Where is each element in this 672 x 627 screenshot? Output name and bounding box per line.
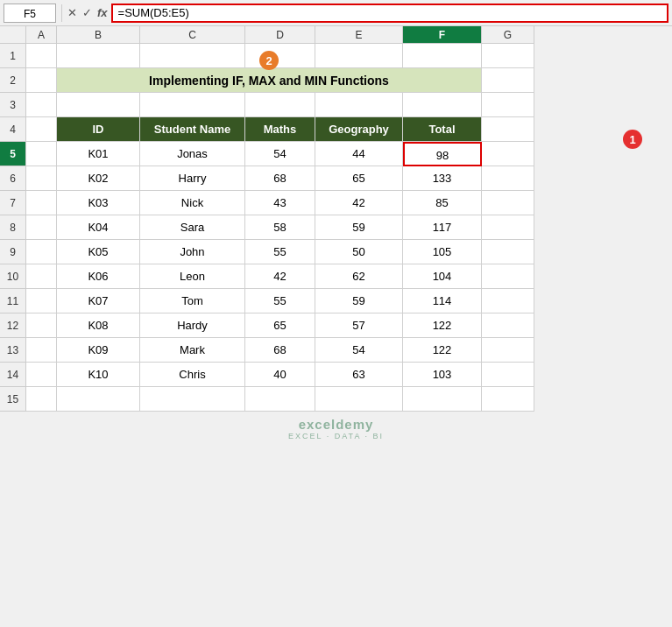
row-num-1[interactable]: 1	[0, 44, 26, 68]
cell-c5-name[interactable]: Jonas	[140, 142, 245, 166]
cell-f9-total[interactable]: 105	[403, 240, 482, 264]
cell-f13-total[interactable]: 122	[403, 338, 482, 363]
cell-a15[interactable]	[26, 387, 57, 412]
cell-f11-total[interactable]: 114	[403, 289, 482, 314]
cell-a4[interactable]	[26, 117, 57, 142]
cancel-icon[interactable]: ✕	[67, 6, 77, 19]
cell-d12-maths[interactable]: 65	[245, 314, 315, 338]
cell-b10-id[interactable]: K06	[57, 264, 140, 289]
cell-g14[interactable]	[482, 363, 534, 387]
row-num-13[interactable]: 13	[0, 338, 26, 363]
header-name[interactable]: Student Name	[140, 117, 245, 142]
cell-e5-geo[interactable]: 44	[315, 142, 403, 166]
cell-f1[interactable]	[403, 44, 482, 68]
cell-a12[interactable]	[26, 314, 57, 338]
cell-f14-total[interactable]: 103	[403, 363, 482, 387]
cell-e11-geo[interactable]: 59	[315, 289, 403, 314]
cell-b13-id[interactable]: K09	[57, 338, 140, 363]
cell-g3[interactable]	[482, 93, 534, 117]
cell-title[interactable]: Implementing IF, MAX and MIN Functions	[57, 68, 482, 93]
cell-d15[interactable]	[245, 387, 315, 412]
cell-g10[interactable]	[482, 264, 534, 289]
cell-a6[interactable]	[26, 166, 57, 191]
cell-b11-id[interactable]: K07	[57, 289, 140, 314]
formula-input[interactable]	[111, 4, 668, 23]
cell-b8-id[interactable]: K04	[57, 215, 140, 240]
cell-b15[interactable]	[57, 387, 140, 412]
cell-a5[interactable]	[26, 142, 57, 166]
cell-f6-total[interactable]: 133	[403, 166, 482, 191]
cell-e14-geo[interactable]: 63	[315, 363, 403, 387]
cell-c15[interactable]	[140, 387, 245, 412]
cell-b7-id[interactable]: K03	[57, 191, 140, 215]
cell-g15[interactable]	[482, 387, 534, 412]
row-num-9[interactable]: 9	[0, 240, 26, 264]
cell-g13[interactable]	[482, 338, 534, 363]
cell-reference-box[interactable]: F5	[4, 4, 56, 23]
cell-d6-maths[interactable]: 68	[245, 166, 315, 191]
cell-e13-geo[interactable]: 54	[315, 338, 403, 363]
cell-e9-geo[interactable]: 50	[315, 240, 403, 264]
header-geo[interactable]: Geography	[315, 117, 403, 142]
row-num-15[interactable]: 15	[0, 387, 26, 412]
row-num-8[interactable]: 8	[0, 215, 26, 240]
cell-g6[interactable]	[482, 166, 534, 191]
cell-g8[interactable]	[482, 215, 534, 240]
row-num-2[interactable]: 2	[0, 68, 26, 93]
cell-c10-name[interactable]: Leon	[140, 264, 245, 289]
cell-a3[interactable]	[26, 93, 57, 117]
row-num-6[interactable]: 6	[0, 166, 26, 191]
cell-a11[interactable]	[26, 289, 57, 314]
col-header-a[interactable]: A	[26, 26, 57, 44]
cell-b5-id[interactable]: K01	[57, 142, 140, 166]
header-id[interactable]: ID	[57, 117, 140, 142]
cell-d7-maths[interactable]: 43	[245, 191, 315, 215]
header-total[interactable]: Total	[403, 117, 482, 142]
cell-f3[interactable]	[403, 93, 482, 117]
cell-c7-name[interactable]: Nick	[140, 191, 245, 215]
cell-c12-name[interactable]: Hardy	[140, 314, 245, 338]
cell-a10[interactable]	[26, 264, 57, 289]
cell-c3[interactable]	[140, 93, 245, 117]
cell-c6-name[interactable]: Harry	[140, 166, 245, 191]
cell-a13[interactable]	[26, 338, 57, 363]
cell-d11-maths[interactable]: 55	[245, 289, 315, 314]
cell-g4[interactable]	[482, 117, 534, 142]
cell-a8[interactable]	[26, 215, 57, 240]
cell-e6-geo[interactable]: 65	[315, 166, 403, 191]
col-header-b[interactable]: B	[57, 26, 140, 44]
cell-e10-geo[interactable]: 62	[315, 264, 403, 289]
cell-a7[interactable]	[26, 191, 57, 215]
cell-c1[interactable]	[140, 44, 245, 68]
cell-b6-id[interactable]: K02	[57, 166, 140, 191]
cell-a14[interactable]	[26, 363, 57, 387]
cell-c9-name[interactable]: John	[140, 240, 245, 264]
row-num-4[interactable]: 4	[0, 117, 26, 142]
header-maths[interactable]: Maths	[245, 117, 315, 142]
cell-e8-geo[interactable]: 59	[315, 215, 403, 240]
cell-a9[interactable]	[26, 240, 57, 264]
cell-b1[interactable]	[57, 44, 140, 68]
cell-d10-maths[interactable]: 42	[245, 264, 315, 289]
cell-c8-name[interactable]: Sara	[140, 215, 245, 240]
row-num-3[interactable]: 3	[0, 93, 26, 117]
cell-g11[interactable]	[482, 289, 534, 314]
cell-e7-geo[interactable]: 42	[315, 191, 403, 215]
cell-a2[interactable]	[26, 68, 57, 93]
confirm-icon[interactable]: ✓	[82, 6, 92, 19]
col-header-g[interactable]: G	[482, 26, 534, 44]
cell-g2[interactable]	[482, 68, 534, 93]
cell-g1[interactable]	[482, 44, 534, 68]
cell-b9-id[interactable]: K05	[57, 240, 140, 264]
cell-d3[interactable]	[245, 93, 315, 117]
row-num-5[interactable]: 5	[0, 142, 26, 166]
cell-g9[interactable]	[482, 240, 534, 264]
cell-b12-id[interactable]: K08	[57, 314, 140, 338]
cell-g7[interactable]	[482, 191, 534, 215]
row-num-11[interactable]: 11	[0, 289, 26, 314]
row-num-10[interactable]: 10	[0, 264, 26, 289]
cell-g12[interactable]	[482, 314, 534, 338]
cell-f12-total[interactable]: 122	[403, 314, 482, 338]
fx-icon[interactable]: fx	[97, 6, 108, 19]
cell-d1[interactable]	[245, 44, 315, 68]
